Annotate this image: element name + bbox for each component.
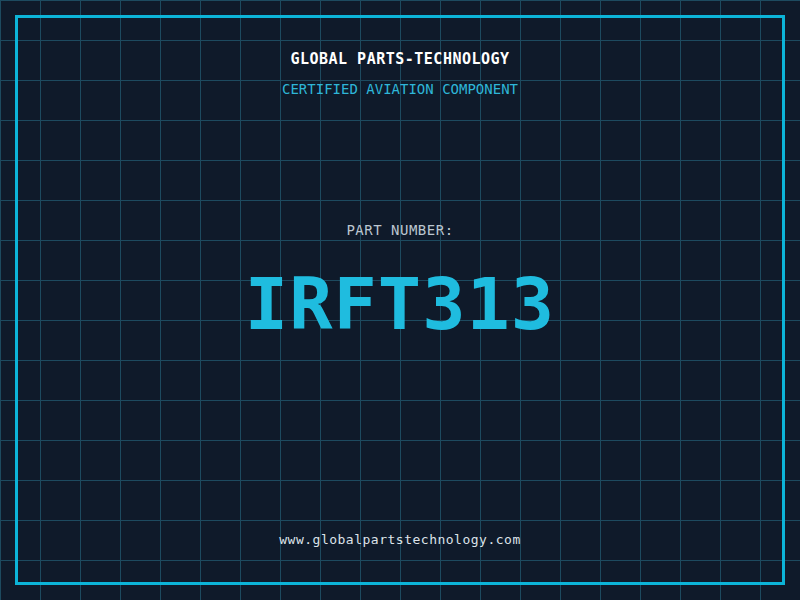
part-number-label: PART NUMBER:: [0, 222, 800, 238]
company-name: GLOBAL PARTS-TECHNOLOGY: [0, 50, 800, 68]
part-number-value: IRFT313: [0, 268, 800, 340]
certification-tagline: CERTIFIED AVIATION COMPONENT: [0, 81, 800, 97]
part-certificate-page: GLOBAL PARTS-TECHNOLOGY CERTIFIED AVIATI…: [0, 0, 800, 600]
website-url: www.globalpartstechnology.com: [0, 532, 800, 547]
